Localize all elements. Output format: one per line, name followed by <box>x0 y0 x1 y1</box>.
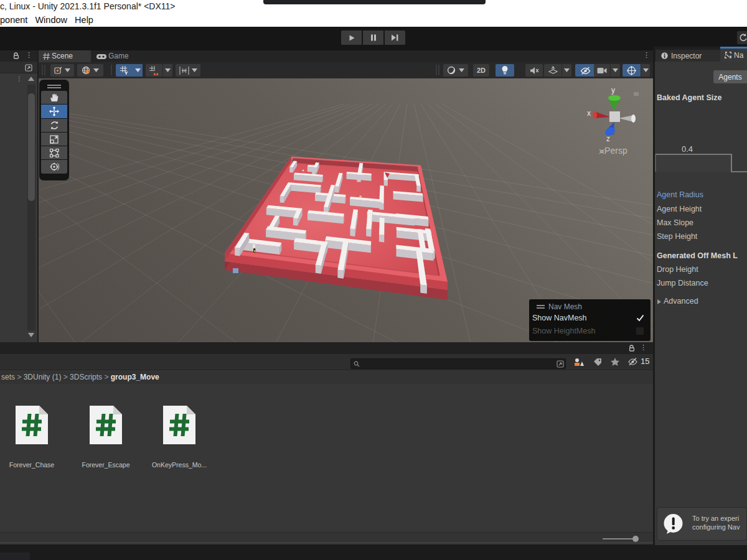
svg-text:⪤Persp: ⪤Persp <box>599 146 627 156</box>
svg-text:z: z <box>606 134 610 143</box>
svg-text:Y: Y <box>125 70 128 75</box>
svg-text:0.4: 0.4 <box>682 144 693 154</box>
svg-text:y: y <box>611 86 615 95</box>
svg-text:x: x <box>587 109 591 118</box>
